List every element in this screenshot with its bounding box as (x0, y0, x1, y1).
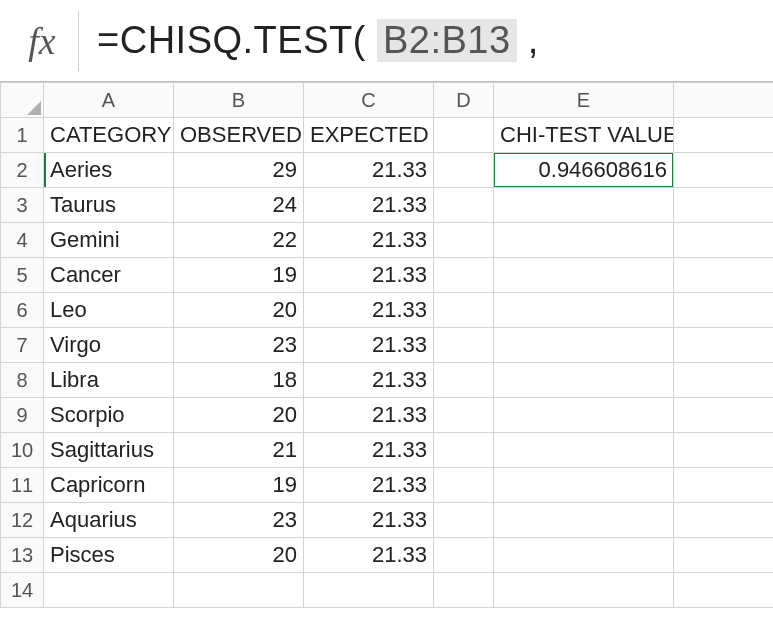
column-header-A[interactable]: A (44, 83, 174, 118)
formula-input[interactable]: =CHISQ.TEST( B2:B13 , (97, 19, 539, 62)
cell-C4[interactable]: 21.33 (304, 223, 434, 258)
cell-A1[interactable]: CATEGORY (44, 118, 174, 153)
cell-A7[interactable]: Virgo (44, 328, 174, 363)
column-header-D[interactable]: D (434, 83, 494, 118)
cell-E3[interactable] (494, 188, 674, 223)
cell-B11[interactable]: 19 (174, 468, 304, 503)
row-header-1[interactable]: 1 (1, 118, 44, 153)
row-header-9[interactable]: 9 (1, 398, 44, 433)
cell-E9[interactable] (494, 398, 674, 433)
cell-E2[interactable]: 0.946608616 (494, 153, 674, 188)
cell-E13[interactable] (494, 538, 674, 573)
cell-D10[interactable] (434, 433, 494, 468)
cell-F8[interactable] (674, 363, 774, 398)
row-header-5[interactable]: 5 (1, 258, 44, 293)
cell-D6[interactable] (434, 293, 494, 328)
cell-C1[interactable]: EXPECTED (304, 118, 434, 153)
column-header-E[interactable]: E (494, 83, 674, 118)
column-header-B[interactable]: B (174, 83, 304, 118)
cell-D12[interactable] (434, 503, 494, 538)
cell-B6[interactable]: 20 (174, 293, 304, 328)
row-header-8[interactable]: 8 (1, 363, 44, 398)
cell-C10[interactable]: 21.33 (304, 433, 434, 468)
cell-B8[interactable]: 18 (174, 363, 304, 398)
cell-B7[interactable]: 23 (174, 328, 304, 363)
cell-E10[interactable] (494, 433, 674, 468)
cell-E8[interactable] (494, 363, 674, 398)
cell-D13[interactable] (434, 538, 494, 573)
cell-A10[interactable]: Sagittarius (44, 433, 174, 468)
cell-F10[interactable] (674, 433, 774, 468)
column-header-extra[interactable] (674, 83, 774, 118)
cell-A13[interactable]: Pisces (44, 538, 174, 573)
cell-C9[interactable]: 21.33 (304, 398, 434, 433)
cell-E6[interactable] (494, 293, 674, 328)
cell-F11[interactable] (674, 468, 774, 503)
cell-C8[interactable]: 21.33 (304, 363, 434, 398)
cell-C3[interactable]: 21.33 (304, 188, 434, 223)
column-header-C[interactable]: C (304, 83, 434, 118)
cell-A8[interactable]: Libra (44, 363, 174, 398)
cell-A3[interactable]: Taurus (44, 188, 174, 223)
cell-D5[interactable] (434, 258, 494, 293)
cell-F2[interactable] (674, 153, 774, 188)
cell-F12[interactable] (674, 503, 774, 538)
cell-F13[interactable] (674, 538, 774, 573)
cell-E11[interactable] (494, 468, 674, 503)
cell-B9[interactable]: 20 (174, 398, 304, 433)
cell-C2[interactable]: 21.33 (304, 153, 434, 188)
spreadsheet-grid[interactable]: A B C D E 1 CATEGORY OBSERVED EXPECTED C… (0, 82, 773, 608)
cell-C6[interactable]: 21.33 (304, 293, 434, 328)
cell-D3[interactable] (434, 188, 494, 223)
cell-A14[interactable] (44, 573, 174, 608)
cell-E1[interactable]: CHI-TEST VALUE (494, 118, 674, 153)
row-header-13[interactable]: 13 (1, 538, 44, 573)
cell-D1[interactable] (434, 118, 494, 153)
cell-B14[interactable] (174, 573, 304, 608)
row-header-14[interactable]: 14 (1, 573, 44, 608)
cell-C12[interactable]: 21.33 (304, 503, 434, 538)
row-header-12[interactable]: 12 (1, 503, 44, 538)
cell-B5[interactable]: 19 (174, 258, 304, 293)
cell-E5[interactable] (494, 258, 674, 293)
row-header-11[interactable]: 11 (1, 468, 44, 503)
cell-B3[interactable]: 24 (174, 188, 304, 223)
cell-F3[interactable] (674, 188, 774, 223)
row-header-7[interactable]: 7 (1, 328, 44, 363)
cell-D4[interactable] (434, 223, 494, 258)
cell-F7[interactable] (674, 328, 774, 363)
row-header-2[interactable]: 2 (1, 153, 44, 188)
cell-B2[interactable]: 29 (174, 153, 304, 188)
cell-C5[interactable]: 21.33 (304, 258, 434, 293)
row-header-3[interactable]: 3 (1, 188, 44, 223)
cell-C14[interactable] (304, 573, 434, 608)
cell-A12[interactable]: Aquarius (44, 503, 174, 538)
row-header-10[interactable]: 10 (1, 433, 44, 468)
cell-E12[interactable] (494, 503, 674, 538)
cell-F1[interactable] (674, 118, 774, 153)
cell-D14[interactable] (434, 573, 494, 608)
cell-B10[interactable]: 21 (174, 433, 304, 468)
cell-E4[interactable] (494, 223, 674, 258)
cell-A5[interactable]: Cancer (44, 258, 174, 293)
cell-D9[interactable] (434, 398, 494, 433)
cell-F9[interactable] (674, 398, 774, 433)
cell-F6[interactable] (674, 293, 774, 328)
cell-E14[interactable] (494, 573, 674, 608)
formula-bar[interactable]: fx =CHISQ.TEST( B2:B13 , (0, 0, 773, 82)
row-header-4[interactable]: 4 (1, 223, 44, 258)
cell-D7[interactable] (434, 328, 494, 363)
cell-A4[interactable]: Gemini (44, 223, 174, 258)
cell-D11[interactable] (434, 468, 494, 503)
cell-F14[interactable] (674, 573, 774, 608)
cell-D8[interactable] (434, 363, 494, 398)
cell-D2[interactable] (434, 153, 494, 188)
cell-B1[interactable]: OBSERVED (174, 118, 304, 153)
cell-E7[interactable] (494, 328, 674, 363)
row-header-6[interactable]: 6 (1, 293, 44, 328)
cell-A9[interactable]: Scorpio (44, 398, 174, 433)
cell-A2[interactable]: Aeries (44, 153, 174, 188)
cell-A6[interactable]: Leo (44, 293, 174, 328)
cell-F4[interactable] (674, 223, 774, 258)
cell-B12[interactable]: 23 (174, 503, 304, 538)
